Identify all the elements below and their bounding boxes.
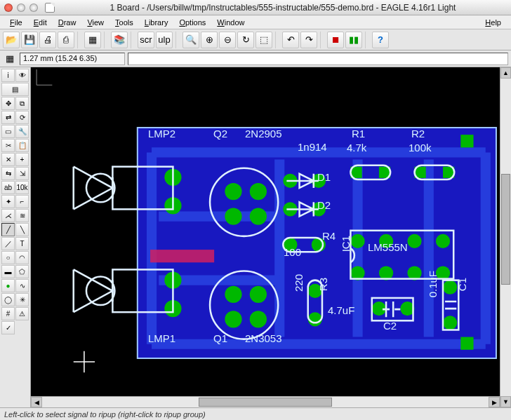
wire-tool[interactable]: ／ <box>1 237 15 250</box>
zoom-window-button[interactable] <box>29 4 38 12</box>
svg-point-7 <box>250 183 267 200</box>
board-schematic-button[interactable]: ▦ <box>84 32 101 48</box>
zoom-in-button[interactable]: ⊕ <box>201 32 218 48</box>
svg-point-13 <box>250 311 267 327</box>
svg-rect-39 <box>460 337 473 350</box>
label-r4: R4 <box>322 230 336 242</box>
menu-window[interactable]: Window <box>211 17 250 28</box>
svg-point-27 <box>436 234 450 248</box>
script-button[interactable]: scr <box>138 32 154 48</box>
rotate-tool[interactable]: ⟳ <box>15 111 29 124</box>
name-tool[interactable]: ab <box>1 181 15 194</box>
via-tool[interactable]: ● <box>1 279 15 292</box>
menu-view[interactable]: View <box>81 17 109 28</box>
auto-tool[interactable]: # <box>1 307 15 320</box>
open-button[interactable]: 📂 <box>3 32 20 48</box>
hole-tool[interactable]: ◯ <box>1 293 15 306</box>
menu-options[interactable]: Options <box>173 17 211 28</box>
optimize-tool[interactable]: ≋ <box>15 209 29 222</box>
svg-point-41 <box>86 174 114 202</box>
svg-point-36 <box>443 280 457 294</box>
run-button[interactable]: ulp <box>156 32 173 48</box>
menu-help[interactable]: Help <box>479 17 507 28</box>
svg-point-6 <box>225 183 241 200</box>
signal-tool[interactable]: ∿ <box>15 279 29 292</box>
zoom-select-button[interactable]: ⬚ <box>255 32 272 48</box>
redo-button[interactable]: ↷ <box>300 32 317 48</box>
menu-file[interactable]: File <box>4 17 28 28</box>
label-r3: R3 <box>317 278 329 291</box>
layer-tool[interactable]: ▤ <box>1 83 29 96</box>
label-c1val: 0.1uF <box>427 271 439 297</box>
svg-point-26 <box>407 234 421 248</box>
mirror-tool[interactable]: ⇄ <box>1 111 15 124</box>
rect-tool[interactable]: ▬ <box>1 265 15 278</box>
help-button[interactable]: ? <box>372 32 389 48</box>
poly-tool[interactable]: ⬠ <box>15 265 29 278</box>
erc-tool[interactable]: ⚠ <box>15 307 29 320</box>
smash-tool[interactable]: ✦ <box>1 195 15 208</box>
label-r1: R1 <box>352 128 365 140</box>
save-button[interactable]: 💾 <box>21 32 38 48</box>
hscroll-thumb[interactable] <box>199 398 333 407</box>
text-tool[interactable]: T <box>15 237 29 250</box>
svg-point-9 <box>250 208 267 224</box>
go-button[interactable]: ▮▮ <box>345 32 362 48</box>
route-tool[interactable]: ╱ <box>1 223 15 236</box>
menu-library[interactable]: Library <box>139 17 174 28</box>
minimize-window-button[interactable] <box>17 4 25 12</box>
svg-rect-1 <box>150 250 214 262</box>
copy-tool[interactable]: ⧉ <box>15 97 29 110</box>
show-tool[interactable]: 👁 <box>15 69 29 82</box>
circle-tool[interactable]: ○ <box>1 251 15 264</box>
label-r4val: 100 <box>284 246 301 258</box>
cam-button[interactable]: ⎙ <box>58 32 74 48</box>
label-r2: R2 <box>411 128 425 140</box>
split-tool[interactable]: ⋌ <box>1 209 15 222</box>
window-title: 1 Board - /Users/billw/tmp/Instructables… <box>59 3 507 13</box>
coordinate-display: 1.27 mm (15.24 6.35) <box>20 53 125 65</box>
pinswap-tool[interactable]: ⇆ <box>1 167 15 180</box>
label-q1: Q1 <box>213 332 227 344</box>
paste-tool[interactable]: 📋 <box>15 139 29 152</box>
drc-tool[interactable]: ✓ <box>1 321 15 334</box>
horizontal-scrollbar[interactable]: ◀ ▶ <box>31 396 500 407</box>
command-input[interactable] <box>128 53 508 65</box>
label-ic1: IC1 <box>340 236 352 252</box>
move-tool[interactable]: ✥ <box>1 97 15 110</box>
grid-icon[interactable]: ▦ <box>0 54 20 63</box>
print-button[interactable]: 🖨 <box>39 32 56 48</box>
info-tool[interactable]: i <box>1 69 15 82</box>
delete-tool[interactable]: ✕ <box>1 153 15 166</box>
zoom-out-button[interactable]: ⊖ <box>219 32 236 48</box>
change-tool[interactable]: 🔧 <box>15 125 29 138</box>
replace-tool[interactable]: ⇲ <box>15 167 29 180</box>
stop-button[interactable]: ⏹ <box>327 32 344 48</box>
arc-tool[interactable]: ◠ <box>15 251 29 264</box>
zoom-redraw-button[interactable]: ↻ <box>237 32 254 48</box>
menu-edit[interactable]: Edit <box>28 17 53 28</box>
scroll-left-button[interactable]: ◀ <box>31 397 42 407</box>
miter-tool[interactable]: ⌐ <box>15 195 29 208</box>
menu-draw[interactable]: Draw <box>53 17 82 28</box>
scroll-down-button[interactable]: ▼ <box>500 396 511 407</box>
menu-tools[interactable]: Tools <box>109 17 139 28</box>
vertical-scrollbar[interactable]: ▲ ▼ <box>500 67 511 407</box>
cut-tool[interactable]: ✂ <box>1 139 15 152</box>
close-window-button[interactable] <box>4 4 13 12</box>
scroll-right-button[interactable]: ▶ <box>489 397 500 407</box>
group-tool[interactable]: ▭ <box>1 125 15 138</box>
ratsnest-tool[interactable]: ✳ <box>15 293 29 306</box>
pcb-canvas[interactable]: LMP2 LMP1 Q2 2N2905 Q1 2N3053 1n914 D1 D… <box>31 67 500 396</box>
svg-rect-38 <box>460 135 473 147</box>
label-lmp1: LMP1 <box>148 332 175 344</box>
library-button[interactable]: 📚 <box>111 32 128 48</box>
scroll-up-button[interactable]: ▲ <box>500 67 511 79</box>
value-tool[interactable]: 10k <box>15 181 29 194</box>
vscroll-thumb[interactable] <box>501 174 510 285</box>
zoom-fit-button[interactable]: 🔍 <box>182 32 199 48</box>
ripup-tool[interactable]: ╲ <box>15 223 29 236</box>
board-drawing <box>31 67 500 396</box>
add-tool[interactable]: + <box>15 153 29 166</box>
undo-button[interactable]: ↶ <box>282 32 299 48</box>
